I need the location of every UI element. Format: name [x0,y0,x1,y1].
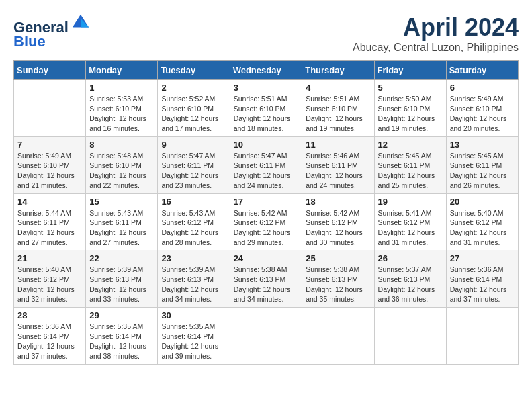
day-number: 26 [378,253,443,263]
day-number: 19 [378,197,443,207]
calendar-cell: 14Sunrise: 5:44 AM Sunset: 6:11 PM Dayli… [14,193,86,250]
day-number: 21 [17,253,82,263]
calendar-cell: 26Sunrise: 5:37 AM Sunset: 6:13 PM Dayli… [374,250,446,308]
day-info: Sunrise: 5:36 AM Sunset: 6:14 PM Dayligh… [450,265,515,304]
day-info: Sunrise: 5:48 AM Sunset: 6:10 PM Dayligh… [89,151,154,191]
day-number: 18 [306,197,370,207]
calendar-cell: 1Sunrise: 5:53 AM Sunset: 6:10 PM Daylig… [86,80,158,137]
weekday-header-friday: Friday [374,61,446,80]
calendar-cell [374,308,446,365]
day-info: Sunrise: 5:50 AM Sunset: 6:10 PM Dayligh… [378,94,443,134]
day-info: Sunrise: 5:46 AM Sunset: 6:11 PM Dayligh… [306,151,370,191]
day-number: 5 [378,83,443,93]
day-info: Sunrise: 5:39 AM Sunset: 6:13 PM Dayligh… [89,265,154,304]
calendar-cell [302,308,374,365]
calendar-cell: 24Sunrise: 5:38 AM Sunset: 6:13 PM Dayli… [230,250,302,308]
day-number: 27 [450,253,515,263]
day-info: Sunrise: 5:40 AM Sunset: 6:12 PM Dayligh… [17,265,82,304]
day-number: 11 [306,140,370,150]
day-info: Sunrise: 5:43 AM Sunset: 6:11 PM Dayligh… [89,208,154,248]
day-info: Sunrise: 5:37 AM Sunset: 6:13 PM Dayligh… [378,265,443,304]
calendar-cell: 19Sunrise: 5:41 AM Sunset: 6:12 PM Dayli… [374,193,446,250]
day-number: 2 [161,83,226,93]
day-info: Sunrise: 5:51 AM Sunset: 6:10 PM Dayligh… [234,94,299,134]
day-number: 10 [234,140,299,150]
weekday-header-monday: Monday [86,61,158,80]
calendar-cell: 11Sunrise: 5:46 AM Sunset: 6:11 PM Dayli… [302,136,374,193]
day-info: Sunrise: 5:49 AM Sunset: 6:10 PM Dayligh… [17,151,82,191]
day-number: 29 [89,310,154,320]
day-info: Sunrise: 5:49 AM Sunset: 6:10 PM Dayligh… [450,94,515,134]
weekday-header-thursday: Thursday [302,61,374,80]
week-row-3: 14Sunrise: 5:44 AM Sunset: 6:11 PM Dayli… [14,193,519,250]
day-info: Sunrise: 5:42 AM Sunset: 6:12 PM Dayligh… [306,208,370,248]
week-row-5: 28Sunrise: 5:36 AM Sunset: 6:14 PM Dayli… [14,308,519,365]
day-number: 30 [161,310,226,320]
day-number: 16 [161,197,226,207]
day-number: 24 [234,253,299,263]
calendar-cell: 18Sunrise: 5:42 AM Sunset: 6:12 PM Dayli… [302,193,374,250]
day-number: 1 [89,83,154,93]
weekday-header-sunday: Sunday [14,61,86,80]
week-row-2: 7Sunrise: 5:49 AM Sunset: 6:10 PM Daylig… [14,136,519,193]
weekday-header-saturday: Saturday [446,61,518,80]
day-number: 17 [234,197,299,207]
day-info: Sunrise: 5:42 AM Sunset: 6:12 PM Dayligh… [234,208,299,248]
day-number: 13 [450,140,515,150]
calendar-cell [230,308,302,365]
weekday-header-tuesday: Tuesday [158,61,230,80]
day-info: Sunrise: 5:41 AM Sunset: 6:12 PM Dayligh… [378,208,443,248]
day-info: Sunrise: 5:43 AM Sunset: 6:12 PM Dayligh… [161,208,226,248]
calendar-cell: 6Sunrise: 5:49 AM Sunset: 6:10 PM Daylig… [446,80,518,137]
day-number: 6 [450,83,515,93]
day-info: Sunrise: 5:38 AM Sunset: 6:13 PM Dayligh… [234,265,299,304]
calendar-cell: 12Sunrise: 5:45 AM Sunset: 6:11 PM Dayli… [374,136,446,193]
calendar-cell: 17Sunrise: 5:42 AM Sunset: 6:12 PM Dayli… [230,193,302,250]
calendar-cell: 22Sunrise: 5:39 AM Sunset: 6:13 PM Dayli… [86,250,158,308]
calendar-cell: 4Sunrise: 5:51 AM Sunset: 6:10 PM Daylig… [302,80,374,137]
logo-icon [71,13,90,32]
day-info: Sunrise: 5:45 AM Sunset: 6:11 PM Dayligh… [378,151,443,191]
day-number: 20 [450,197,515,207]
day-number: 7 [17,140,82,150]
calendar-cell: 23Sunrise: 5:39 AM Sunset: 6:13 PM Dayli… [158,250,230,308]
calendar-cell: 13Sunrise: 5:45 AM Sunset: 6:11 PM Dayli… [446,136,518,193]
day-info: Sunrise: 5:39 AM Sunset: 6:13 PM Dayligh… [161,265,226,304]
calendar-cell: 16Sunrise: 5:43 AM Sunset: 6:12 PM Dayli… [158,193,230,250]
calendar-cell [446,308,518,365]
day-number: 8 [89,140,154,150]
calendar-cell: 2Sunrise: 5:52 AM Sunset: 6:10 PM Daylig… [158,80,230,137]
calendar-table: SundayMondayTuesdayWednesdayThursdayFrid… [13,60,519,365]
day-number: 28 [17,310,82,320]
week-row-1: 1Sunrise: 5:53 AM Sunset: 6:10 PM Daylig… [14,80,519,137]
day-info: Sunrise: 5:45 AM Sunset: 6:11 PM Dayligh… [450,151,515,191]
week-row-4: 21Sunrise: 5:40 AM Sunset: 6:12 PM Dayli… [14,250,519,308]
day-number: 25 [306,253,370,263]
day-info: Sunrise: 5:40 AM Sunset: 6:12 PM Dayligh… [450,208,515,248]
day-number: 12 [378,140,443,150]
day-info: Sunrise: 5:35 AM Sunset: 6:14 PM Dayligh… [89,322,154,361]
title-block: April 2024 Abucay, Central Luzon, Philip… [353,13,519,54]
weekday-header-wednesday: Wednesday [230,61,302,80]
day-info: Sunrise: 5:47 AM Sunset: 6:11 PM Dayligh… [234,151,299,191]
weekday-header-row: SundayMondayTuesdayWednesdayThursdayFrid… [14,61,519,80]
calendar-cell: 8Sunrise: 5:48 AM Sunset: 6:10 PM Daylig… [86,136,158,193]
month-title: April 2024 [353,13,519,42]
calendar-cell: 10Sunrise: 5:47 AM Sunset: 6:11 PM Dayli… [230,136,302,193]
calendar-cell: 7Sunrise: 5:49 AM Sunset: 6:10 PM Daylig… [14,136,86,193]
calendar-cell: 5Sunrise: 5:50 AM Sunset: 6:10 PM Daylig… [374,80,446,137]
calendar-cell: 3Sunrise: 5:51 AM Sunset: 6:10 PM Daylig… [230,80,302,137]
calendar-cell: 20Sunrise: 5:40 AM Sunset: 6:12 PM Dayli… [446,193,518,250]
day-number: 23 [161,253,226,263]
calendar-cell: 15Sunrise: 5:43 AM Sunset: 6:11 PM Dayli… [86,193,158,250]
calendar-cell: 9Sunrise: 5:47 AM Sunset: 6:11 PM Daylig… [158,136,230,193]
calendar-cell: 21Sunrise: 5:40 AM Sunset: 6:12 PM Dayli… [14,250,86,308]
day-info: Sunrise: 5:53 AM Sunset: 6:10 PM Dayligh… [89,94,154,134]
day-info: Sunrise: 5:38 AM Sunset: 6:13 PM Dayligh… [306,265,370,304]
day-number: 4 [306,83,370,93]
page-header: General Blue April 2024 Abucay, Central … [13,13,519,54]
calendar-cell: 30Sunrise: 5:35 AM Sunset: 6:14 PM Dayli… [158,308,230,365]
day-info: Sunrise: 5:52 AM Sunset: 6:10 PM Dayligh… [161,94,226,134]
calendar-cell: 25Sunrise: 5:38 AM Sunset: 6:13 PM Dayli… [302,250,374,308]
day-number: 14 [17,197,82,207]
